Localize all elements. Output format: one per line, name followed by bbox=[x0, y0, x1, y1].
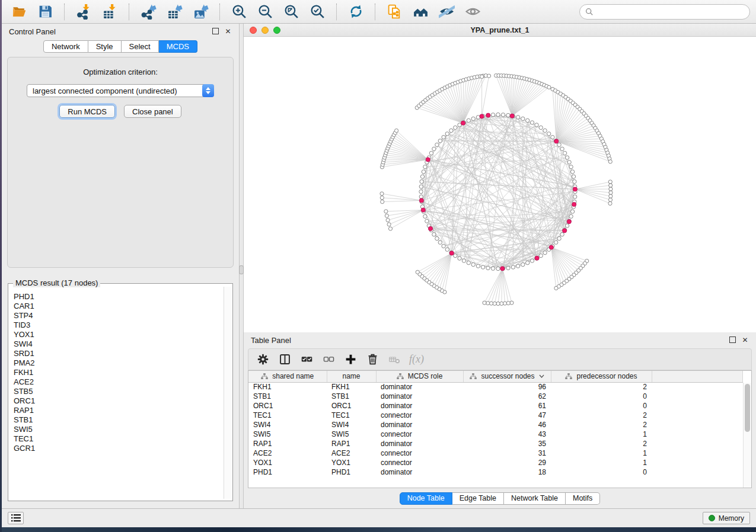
tab-style[interactable]: Style bbox=[88, 40, 122, 53]
import-network-button[interactable] bbox=[72, 2, 95, 21]
select-all-icon bbox=[301, 353, 313, 366]
network-canvas bbox=[244, 37, 756, 332]
show-all-button[interactable] bbox=[461, 2, 484, 21]
tab-select[interactable]: Select bbox=[122, 40, 159, 53]
mcds-result-item[interactable]: STP4 bbox=[14, 311, 223, 321]
mcds-result-title: MCDS result (17 nodes) bbox=[13, 278, 100, 287]
close-panel-button[interactable]: Close panel bbox=[124, 105, 181, 118]
hide-selected-button[interactable] bbox=[435, 2, 458, 21]
table-row[interactable]: TEC1TEC1connector472 bbox=[248, 411, 743, 420]
mcds-result-item[interactable]: ACE2 bbox=[14, 377, 223, 387]
column-header-MCDS-role[interactable]: MCDS role bbox=[376, 371, 463, 382]
table-tabs: Node TableEdge TableNetwork TableMotifs bbox=[244, 488, 756, 508]
zoom-fit-button[interactable] bbox=[280, 2, 302, 21]
mcds-result-item[interactable]: SWI4 bbox=[14, 339, 223, 349]
tab-node-table[interactable]: Node Table bbox=[400, 492, 452, 505]
column-header-successor-nodes[interactable]: successor nodes bbox=[463, 371, 551, 382]
delete-table-button[interactable] bbox=[385, 351, 404, 368]
table-cell: 96 bbox=[463, 382, 551, 392]
table-cell: 29 bbox=[463, 458, 551, 467]
table-cell: ORC1 bbox=[327, 401, 376, 411]
table-cell: RAP1 bbox=[327, 439, 376, 448]
mcds-result-item[interactable]: ORC1 bbox=[14, 396, 223, 406]
tab-edge-table[interactable]: Edge Table bbox=[452, 492, 504, 505]
table-cell: 1 bbox=[551, 448, 652, 458]
mcds-result-item[interactable]: CAR1 bbox=[14, 302, 223, 311]
mcds-result-item[interactable]: PHD1 bbox=[14, 292, 223, 302]
splitter-grip[interactable] bbox=[239, 265, 244, 274]
save-session-button[interactable] bbox=[34, 2, 56, 21]
plus-icon bbox=[344, 353, 357, 366]
mcds-result-item[interactable]: SRD1 bbox=[14, 349, 223, 358]
zoom-selected-button[interactable] bbox=[306, 2, 328, 21]
table-row[interactable]: FKH1FKH1dominator962 bbox=[248, 382, 743, 392]
mcds-result-item[interactable]: RAP1 bbox=[14, 406, 223, 415]
search-field[interactable] bbox=[579, 4, 750, 20]
table-row[interactable]: STB1STB1dominator620 bbox=[248, 392, 743, 401]
tab-network-table[interactable]: Network Table bbox=[504, 492, 566, 505]
mcds-result-item[interactable]: SWI5 bbox=[14, 425, 223, 434]
export-table-icon bbox=[167, 4, 183, 20]
memory-label: Memory bbox=[719, 514, 744, 523]
memory-status-icon bbox=[709, 515, 715, 521]
run-mcds-button[interactable]: Run MCDS bbox=[59, 105, 115, 118]
optimization-select[interactable]: largest connected component (undirected) bbox=[27, 84, 214, 97]
search-input[interactable] bbox=[597, 7, 744, 16]
panel-splitter[interactable] bbox=[240, 24, 244, 508]
table-row[interactable]: ORC1ORC1dominator610 bbox=[248, 401, 743, 411]
table-cell: 43 bbox=[463, 430, 551, 439]
add-column-button[interactable] bbox=[341, 351, 361, 368]
table-row[interactable]: SWI4SWI4dominator462 bbox=[248, 420, 743, 430]
refresh-view-button[interactable] bbox=[344, 2, 367, 21]
memory-button[interactable]: Memory bbox=[703, 512, 750, 524]
float-table-panel-icon[interactable] bbox=[729, 336, 736, 343]
deselect-all-button[interactable] bbox=[319, 351, 339, 368]
export-image-icon bbox=[193, 4, 209, 20]
network-graph[interactable] bbox=[244, 37, 756, 332]
tab-network[interactable]: Network bbox=[43, 40, 88, 53]
table-row[interactable]: PHD1PHD1dominator180 bbox=[248, 467, 743, 477]
open-file-button[interactable] bbox=[8, 2, 30, 21]
mcds-result-item[interactable]: YOX1 bbox=[14, 330, 223, 339]
table-settings-button[interactable] bbox=[253, 351, 273, 368]
table-cell: dominator bbox=[376, 382, 463, 392]
export-table-button[interactable] bbox=[163, 2, 186, 21]
mcds-result-item[interactable]: FKH1 bbox=[14, 368, 223, 377]
float-panel-icon[interactable] bbox=[212, 28, 219, 34]
close-table-panel-icon[interactable]: ✕ bbox=[741, 336, 749, 344]
mcds-result-item[interactable]: STB1 bbox=[14, 415, 223, 425]
mcds-result-item[interactable]: TID3 bbox=[14, 321, 223, 330]
mcds-list-scrollbar[interactable] bbox=[224, 287, 232, 499]
table-row[interactable]: ACE2ACE2connector311 bbox=[248, 448, 743, 458]
mcds-result-item[interactable]: GCR1 bbox=[14, 444, 223, 453]
zoom-in-button[interactable] bbox=[228, 2, 250, 21]
duplicate-network-button[interactable] bbox=[383, 2, 406, 21]
tab-motifs[interactable]: Motifs bbox=[566, 492, 600, 505]
export-network-button[interactable] bbox=[137, 2, 160, 21]
table-row[interactable]: RAP1RAP1dominator352 bbox=[248, 439, 743, 448]
close-panel-icon[interactable]: ✕ bbox=[224, 28, 232, 36]
mcds-result-item[interactable]: PMA2 bbox=[14, 358, 223, 368]
table-scrollbar[interactable] bbox=[743, 383, 751, 488]
function-builder-button[interactable]: f(x) bbox=[407, 351, 426, 368]
split-columns-button[interactable] bbox=[275, 351, 295, 368]
tab-mcds[interactable]: MCDS bbox=[159, 40, 197, 53]
column-header-predecessor-nodes[interactable]: predecessor nodes bbox=[551, 371, 652, 382]
mcds-result-item[interactable]: TEC1 bbox=[14, 434, 223, 444]
select-all-button[interactable] bbox=[297, 351, 317, 368]
table-row[interactable]: SWI5SWI5connector431 bbox=[248, 430, 743, 439]
table-scrollbar-thumb[interactable] bbox=[745, 384, 750, 432]
zoom-out-button[interactable] bbox=[254, 2, 276, 21]
delete-column-button[interactable] bbox=[363, 351, 382, 368]
column-header-shared-name[interactable]: shared name bbox=[248, 371, 327, 382]
function-icon: f(x) bbox=[409, 353, 424, 366]
table-cell: 2 bbox=[551, 382, 652, 392]
table-row[interactable]: YOX1YOX1connector291 bbox=[248, 458, 743, 467]
task-history-button[interactable] bbox=[8, 512, 24, 524]
export-image-button[interactable] bbox=[189, 2, 212, 21]
column-header-name[interactable]: name bbox=[327, 371, 376, 382]
mcds-result-item[interactable]: STB5 bbox=[14, 387, 223, 396]
table-cell: PHD1 bbox=[327, 467, 376, 477]
import-table-button[interactable] bbox=[98, 2, 121, 21]
home-layout-button[interactable] bbox=[409, 2, 432, 21]
